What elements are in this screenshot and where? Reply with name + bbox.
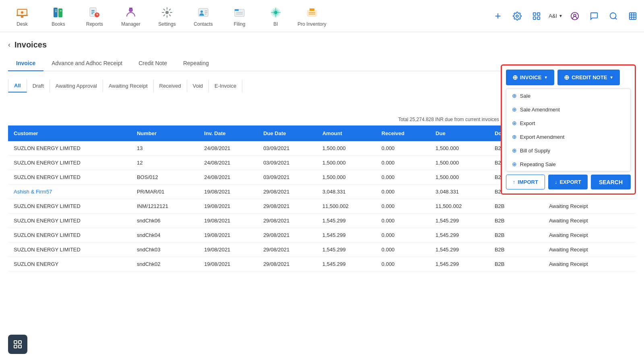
- nav-item-books[interactable]: Books: [40, 0, 76, 32]
- svg-rect-53: [14, 345, 17, 348]
- add-button[interactable]: +: [491, 9, 505, 23]
- page-title: Invoices: [14, 40, 47, 49]
- credit-note-button-label: CREDIT NOTE: [572, 74, 607, 80]
- manager-icon: [124, 5, 138, 20]
- import-button[interactable]: ↑ IMPORT: [506, 175, 545, 189]
- dropdown-highlighted-area: ⊕ INVOICE ▼ ⊕ CREDIT NOTE ▼ ⊕ Sale ⊕: [501, 64, 636, 195]
- filter-void[interactable]: Void: [187, 80, 209, 92]
- user-text: A&I: [549, 13, 557, 19]
- search-button[interactable]: SEARCH: [591, 175, 631, 189]
- nav-label-contacts: Contacts: [194, 21, 213, 27]
- svg-point-44: [610, 12, 616, 19]
- cell-due-2: 1,500.000: [430, 170, 489, 185]
- cell-number-8: sndChk02: [131, 257, 198, 272]
- notification-icon[interactable]: [587, 9, 601, 23]
- filter-received[interactable]: Received: [154, 80, 187, 92]
- tab-advance-adhoc[interactable]: Advance and Adhoc Receipt: [43, 56, 130, 71]
- svg-point-37: [516, 15, 518, 17]
- user-label[interactable]: A&I ▼: [549, 13, 563, 19]
- nav-label-desk: Desk: [17, 21, 27, 27]
- dropdown-item-sale-label: Sale: [520, 93, 530, 99]
- cell-due-date-1: 03/09/2021: [258, 156, 317, 170]
- filter-all[interactable]: All: [8, 79, 27, 93]
- cell-due-date-2: 03/09/2021: [258, 170, 317, 185]
- cell-number-4: INM/1212121: [131, 199, 198, 214]
- cell-amount-8: 1,545.299: [317, 257, 376, 272]
- invoice-dropdown-list: ⊕ Sale ⊕ Sale Amendment ⊕ Export ⊕ Expor…: [506, 88, 631, 171]
- nav-item-reports[interactable]: Reports: [76, 0, 113, 32]
- help-icon[interactable]: [625, 9, 640, 23]
- cell-customer-0: SUZLON ENERGY LIMITED: [8, 141, 131, 156]
- cell-inv-date-6: 19/08/2021: [198, 228, 258, 243]
- search-icon[interactable]: [606, 9, 621, 23]
- cell-status-7: Awaiting Receipt: [543, 243, 636, 257]
- tab-repeating[interactable]: Repeating: [175, 56, 217, 71]
- table-row: SUZLON ENERGY LIMITED sndChk03 19/08/202…: [8, 243, 636, 257]
- cell-amount-1: 1,500.000: [317, 156, 376, 170]
- plus-circle-cn-icon: ⊕: [564, 74, 569, 81]
- dropdown-item-export-amendment[interactable]: ⊕ Export Amendment: [506, 130, 630, 144]
- tab-invoice[interactable]: Invoice: [8, 56, 43, 71]
- svg-rect-38: [533, 12, 536, 15]
- cell-due-4: 11,500.002: [430, 199, 489, 214]
- invoice-dropdown-wrapper: ⊕ INVOICE ▼: [506, 70, 554, 85]
- cell-received-2: 0.000: [376, 170, 430, 185]
- nav-item-manager[interactable]: Manager: [113, 0, 149, 32]
- cell-amount-4: 11,500.002: [317, 199, 376, 214]
- svg-rect-41: [537, 16, 540, 19]
- dropdown-item-repeating-label: Repeating Sale: [520, 161, 556, 167]
- cell-inv-date-8: 19/08/2021: [198, 257, 258, 272]
- cell-received-5: 0.000: [376, 214, 430, 228]
- nav-item-contacts[interactable]: Contacts: [185, 0, 221, 32]
- invoice-dropdown-arrow: ▼: [544, 75, 548, 80]
- nav-item-bi[interactable]: BI: [258, 0, 294, 32]
- cell-customer-4: SUZLON ENERGY LIMITED: [8, 199, 131, 214]
- apps-icon[interactable]: [529, 9, 544, 23]
- svg-rect-34: [310, 8, 314, 11]
- cell-due-8: 1,545.299: [430, 257, 489, 272]
- nav-item-filing[interactable]: Filing: [221, 0, 258, 32]
- dropdown-item-export[interactable]: ⊕ Export: [506, 116, 630, 130]
- credit-note-button[interactable]: ⊕ CREDIT NOTE ▼: [557, 70, 620, 85]
- desk-icon: [15, 5, 29, 20]
- col-amount: Amount: [317, 125, 376, 141]
- nav-item-settings[interactable]: Settings: [149, 0, 185, 32]
- filter-draft[interactable]: Draft: [27, 80, 50, 92]
- filter-einvoice[interactable]: E-Invoice: [209, 80, 242, 92]
- cell-status-4: Awaiting Receipt: [543, 199, 636, 214]
- bi-icon: [268, 5, 283, 20]
- plus-repeating-icon: ⊕: [512, 161, 517, 167]
- settings-gear-icon[interactable]: [510, 9, 524, 23]
- export-icon: ↓: [555, 179, 557, 185]
- cell-amount-3: 3,048.331: [317, 185, 376, 199]
- nav-item-desk[interactable]: Desk: [4, 0, 40, 32]
- nav-item-pro-inventory[interactable]: Pro Inventory: [294, 0, 330, 32]
- cell-doc-type-4: B2B: [489, 199, 543, 214]
- back-button[interactable]: ‹: [8, 41, 10, 49]
- cell-status-6: Awaiting Receipt: [543, 228, 636, 243]
- tab-credit-note[interactable]: Credit Note: [130, 56, 175, 71]
- cell-amount-2: 1,500.000: [317, 170, 376, 185]
- cell-customer-2: SUZLON ENERGY LIMITED: [8, 170, 131, 185]
- invoice-button[interactable]: ⊕ INVOICE ▼: [506, 70, 554, 85]
- plus-bill-icon: ⊕: [512, 147, 517, 154]
- dropdown-item-repeating-sale[interactable]: ⊕ Repeating Sale: [506, 157, 630, 171]
- cell-customer-3[interactable]: Ashish & Firm57: [8, 185, 131, 199]
- profile-icon[interactable]: [568, 9, 582, 23]
- dropdown-item-sale[interactable]: ⊕ Sale: [506, 89, 630, 103]
- dropdown-item-sale-amendment[interactable]: ⊕ Sale Amendment: [506, 103, 630, 116]
- filter-awaiting-receipt[interactable]: Awaiting Receipt: [103, 80, 154, 92]
- cell-due-6: 1,545.299: [430, 228, 489, 243]
- main-content: ‹ Invoices Invoice Advance and Adhoc Rec…: [0, 32, 644, 362]
- cell-customer-6: SUZLON ENERGY LIMITED: [8, 228, 131, 243]
- export-button[interactable]: ↓ EXPORT: [548, 175, 588, 189]
- cell-number-7: sndChk03: [131, 243, 198, 257]
- credit-note-dropdown-arrow: ▼: [609, 75, 613, 80]
- dropdown-item-export-amendment-label: Export Amendment: [520, 134, 565, 140]
- export-label: EXPORT: [559, 179, 581, 185]
- nav-label-pro-inventory: Pro Inventory: [297, 21, 326, 27]
- dropdown-item-bill-of-supply[interactable]: ⊕ Bill of Supply: [506, 144, 630, 157]
- svg-rect-11: [91, 12, 95, 12]
- filter-awaiting-approval[interactable]: Awaiting Approval: [50, 80, 103, 92]
- bottom-widget[interactable]: [8, 335, 27, 354]
